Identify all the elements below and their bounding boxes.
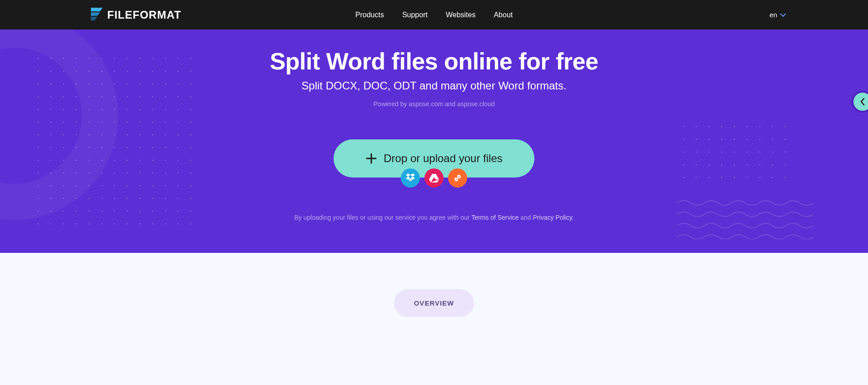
terms-link[interactable]: Terms of Service [471,214,519,221]
agreement-text: By uploading your files or using our ser… [161,214,707,221]
site-header: FILEFORMAT Products Support Websites Abo… [0,0,868,30]
page-title: Split Word files online for free [161,48,707,75]
nav-products[interactable]: Products [355,11,384,19]
page-subtitle: Split DOCX, DOC, ODT and many other Word… [161,79,707,92]
source-google-drive[interactable] [424,168,444,188]
google-drive-icon [429,173,439,183]
chevron-down-icon [780,13,786,17]
dropbox-icon [405,173,415,183]
powered-link-aspose-cloud[interactable]: aspose.cloud [457,100,495,108]
language-label: en [769,11,777,19]
upload-label: Drop or upload your files [384,152,502,165]
agreement-and: and [519,214,533,221]
powered-link-aspose[interactable]: aspose.com [409,100,443,108]
nav-about[interactable]: About [494,11,513,19]
powered-by: Powered by aspose.com and aspose.cloud [161,100,707,108]
chevron-left-icon [860,98,865,106]
logo[interactable]: FILEFORMAT [91,8,181,22]
language-selector[interactable]: en [769,11,786,19]
agreement-prefix: By uploading your files or using our ser… [294,214,472,221]
nav-support[interactable]: Support [402,11,428,19]
nav-websites[interactable]: Websites [446,11,476,19]
source-url[interactable] [448,168,467,188]
privacy-link[interactable]: Privacy Policy [533,214,572,221]
link-icon [453,173,462,183]
upload-area: Drop or upload your files [161,139,707,188]
powered-prefix: Powered by [374,100,409,108]
source-dropbox[interactable] [401,168,420,188]
powered-and: and [443,100,457,108]
agreement-suffix: . [572,214,574,221]
upload-sources [401,168,467,188]
overview-button[interactable]: OVERVIEW [394,289,474,317]
brand-name: FILEFORMAT [107,9,181,21]
plus-icon [365,153,377,164]
main-nav: Products Support Websites About [355,11,513,19]
hero-section: Split Word files online for free Split D… [0,30,868,253]
logo-icon [91,8,103,22]
overview-section: OVERVIEW [0,253,868,344]
decorative-circle [0,30,118,220]
